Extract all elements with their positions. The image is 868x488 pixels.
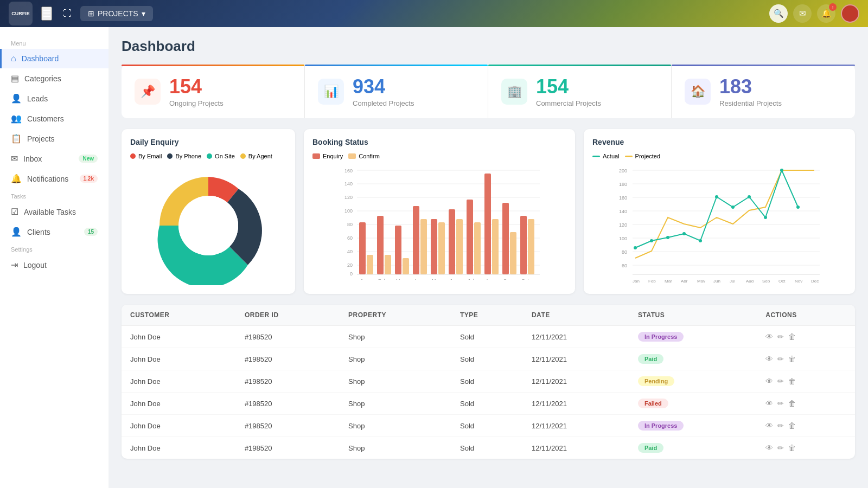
sidebar-item-leads[interactable]: 👤 Leads — [0, 88, 108, 108]
sidebar-item-dashboard[interactable]: ⌂ Dashboard — [0, 49, 108, 68]
delete-icon[interactable]: 🗑 — [788, 421, 796, 430]
svg-rect-20 — [377, 216, 384, 274]
cell-type: Sold — [451, 370, 523, 393]
sidebar-item-label: Projects — [27, 134, 55, 143]
sidebar-item-label: Inbox — [23, 155, 42, 163]
edit-icon[interactable]: ✏ — [777, 377, 784, 386]
cell-actions: 👁 ✏ 🗑 — [757, 415, 855, 437]
sidebar-item-label: Logout — [23, 261, 47, 269]
status-badge: Paid — [638, 354, 663, 364]
projects-button[interactable]: ⊞ PROJECTS ▾ — [80, 6, 153, 21]
commercial-label: Commercial Projects — [536, 99, 601, 107]
col-order-id: Order ID — [236, 305, 340, 326]
cell-date: 12/11/2021 — [523, 370, 629, 393]
hamburger-button[interactable]: ☰ — [41, 7, 52, 21]
sidebar-item-notifications[interactable]: 🔔 Notifications 1.2k — [0, 169, 108, 189]
enquiry-dot — [312, 153, 320, 159]
inbox-badge: New — [79, 155, 98, 163]
cell-property: Shop — [340, 393, 451, 415]
edit-icon[interactable]: ✏ — [777, 399, 784, 408]
completed-num: 934 — [353, 75, 414, 98]
delete-icon[interactable]: 🗑 — [788, 399, 796, 408]
svg-rect-32 — [484, 174, 491, 274]
table-row: John Doe #198520 Shop Sold 12/11/2021 Pa… — [122, 348, 855, 370]
svg-text:80: 80 — [347, 222, 353, 227]
customers-icon: 👥 — [11, 113, 22, 124]
svg-text:20: 20 — [347, 262, 353, 268]
delete-icon[interactable]: 🗑 — [788, 444, 796, 452]
booking-status-title: Booking Status — [312, 138, 566, 146]
tasks-icon: ☑ — [11, 207, 18, 217]
view-icon[interactable]: 👁 — [765, 421, 773, 430]
orders-table-card: Customer Order ID Property Type Date Sta… — [122, 305, 855, 459]
cell-type: Sold — [451, 415, 523, 437]
svg-text:200: 200 — [619, 168, 627, 174]
svg-rect-33 — [492, 219, 499, 274]
sidebar-item-customers[interactable]: 👥 Customers — [0, 108, 108, 129]
cell-status: Pending — [629, 370, 757, 393]
view-icon[interactable]: 👁 — [765, 332, 773, 341]
sidebar-item-projects[interactable]: 📋 Projects — [0, 129, 108, 149]
svg-point-65 — [634, 246, 637, 249]
svg-text:Apr: Apr — [681, 279, 688, 282]
charts-row: Daily Enquiry By Email By Phone On Site — [122, 129, 855, 294]
actual-line — [635, 170, 798, 248]
svg-text:Feb: Feb — [648, 279, 656, 282]
svg-text:Mar: Mar — [396, 278, 405, 280]
bell-button[interactable]: 🔔 ! — [817, 4, 835, 23]
line-chart: 200 180 160 140 120 100 80 60 — [592, 166, 846, 282]
svg-rect-34 — [502, 203, 509, 274]
delete-icon[interactable]: 🗑 — [788, 355, 796, 363]
avatar[interactable] — [841, 4, 859, 23]
cell-status: In Progress — [629, 415, 757, 437]
col-customer: Customer — [122, 305, 236, 326]
delete-icon[interactable]: 🗑 — [788, 332, 796, 341]
mail-button[interactable]: ✉ — [793, 4, 812, 23]
cell-property: Shop — [340, 326, 451, 348]
residential-num: 183 — [719, 75, 782, 98]
col-type: Type — [451, 305, 523, 326]
sidebar-item-label: Categories — [24, 74, 61, 83]
cell-customer: John Doe — [122, 437, 236, 459]
donut-legend: By Email By Phone On Site By Agent — [130, 153, 286, 159]
sidebar-item-available-tasks[interactable]: ☑ Available Tasks — [0, 202, 108, 222]
expand-button[interactable]: ⛶ — [63, 9, 72, 18]
edit-icon[interactable]: ✏ — [777, 332, 784, 341]
svg-text:Aug: Aug — [486, 278, 494, 280]
search-button[interactable]: 🔍 — [769, 4, 788, 23]
svg-text:120: 120 — [619, 222, 627, 228]
edit-icon[interactable]: ✏ — [777, 355, 784, 363]
edit-icon[interactable]: ✏ — [777, 444, 784, 452]
view-icon[interactable]: 👁 — [765, 377, 773, 386]
stat-cards: 📌 154 Ongoing Projects 📊 934 Completed P… — [122, 65, 855, 118]
view-icon[interactable]: 👁 — [765, 399, 773, 408]
legend-actual: Actual — [592, 153, 620, 159]
sidebar-item-categories[interactable]: ▤ Categories — [0, 68, 108, 88]
daily-enquiry-title: Daily Enquiry — [130, 138, 286, 146]
svg-text:60: 60 — [622, 263, 627, 268]
status-badge: In Progress — [638, 332, 684, 342]
sidebar-item-logout[interactable]: ⇥ Logout — [0, 255, 108, 275]
svg-rect-18 — [359, 222, 366, 274]
svg-rect-31 — [474, 222, 481, 274]
col-property: Property — [340, 305, 451, 326]
cell-type: Sold — [451, 437, 523, 459]
sidebar-item-inbox[interactable]: ✉ Inbox New — [0, 149, 108, 169]
header-row: Customer Order ID Property Type Date Sta… — [122, 305, 855, 326]
action-icons: 👁 ✏ 🗑 — [765, 444, 846, 452]
legend-projected: Projected — [625, 153, 660, 159]
card-top-border — [488, 65, 671, 66]
agent-dot — [240, 153, 246, 159]
page-title: Dashboard — [122, 38, 855, 55]
view-icon[interactable]: 👁 — [765, 355, 773, 363]
svg-text:60: 60 — [347, 235, 353, 241]
edit-icon[interactable]: ✏ — [777, 421, 784, 430]
svg-rect-28 — [449, 209, 455, 274]
stat-card-text: 154 Commercial Projects — [536, 75, 601, 107]
menu-label: Menu — [0, 36, 108, 49]
delete-icon[interactable]: 🗑 — [788, 377, 796, 386]
svg-text:Feb: Feb — [378, 278, 387, 280]
sidebar-item-clients[interactable]: 👤 Clients 15 — [0, 222, 108, 242]
svg-rect-37 — [528, 219, 534, 274]
view-icon[interactable]: 👁 — [765, 444, 773, 452]
